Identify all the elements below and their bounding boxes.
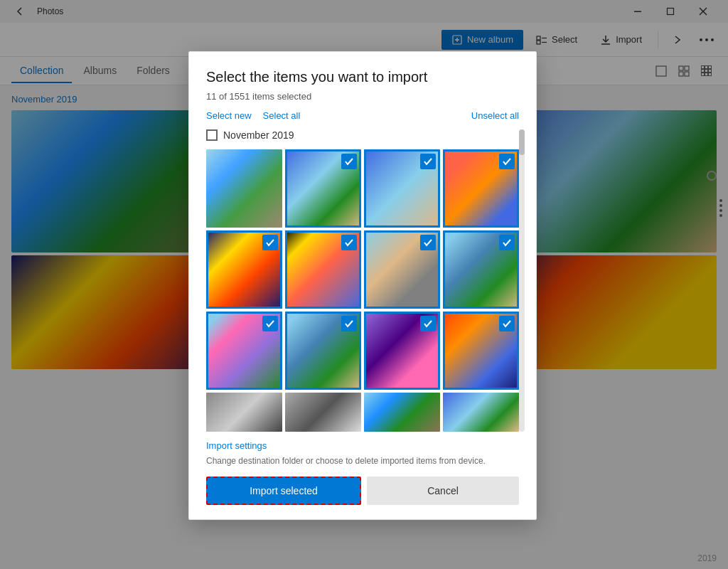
partial-photo-3[interactable]	[364, 393, 440, 432]
dialog-actions: Select new Select all Unselect all	[206, 110, 519, 121]
select-new-link[interactable]: Select new	[206, 110, 252, 121]
month-label: November 2019	[223, 129, 294, 141]
grid-photo-r2p3[interactable]	[364, 230, 440, 309]
grid-photo-r2p1[interactable]	[206, 230, 282, 309]
import-settings-desc: Change destination folder or choose to d…	[206, 456, 486, 466]
partial-photo-2[interactable]	[285, 393, 361, 432]
grid-photo-r3p2[interactable]	[285, 312, 361, 390]
partial-photo-4[interactable]	[443, 393, 519, 432]
unselect-all-link[interactable]: Unselect all	[471, 110, 519, 121]
month-checkbox[interactable]	[206, 129, 218, 141]
check-badge-r1p4	[499, 154, 515, 169]
dialog-title: Select the items you want to import	[206, 69, 519, 85]
check-badge-r1p2	[341, 154, 357, 169]
check-badge-r3p1	[262, 316, 278, 331]
scroll-container: November 2019	[206, 129, 519, 432]
grid-photo-r3p3[interactable]	[364, 312, 440, 390]
grid-photo-r2p4[interactable]	[443, 230, 519, 309]
import-selected-button[interactable]: Import selected	[206, 477, 361, 505]
scrollbar-thumb[interactable]	[519, 129, 525, 155]
import-settings-section: Import settings Change destination folde…	[206, 440, 519, 467]
grid-photo-r1p1[interactable]	[206, 149, 282, 228]
photo-grid	[206, 149, 519, 390]
grid-photo-r2p2[interactable]	[285, 230, 361, 309]
select-all-link[interactable]: Select all	[263, 110, 301, 121]
scrollbar-track[interactable]	[519, 129, 525, 432]
grid-photo-r3p1[interactable]	[206, 312, 282, 390]
grid-photo-r1p3[interactable]	[364, 149, 440, 228]
partial-photo-1[interactable]	[206, 393, 282, 432]
cancel-button[interactable]: Cancel	[367, 477, 519, 505]
import-dialog: Select the items you want to import 11 o…	[188, 51, 537, 520]
check-badge-r3p2	[341, 316, 357, 331]
import-settings-link[interactable]: Import settings	[206, 440, 519, 451]
dialog-count: 11 of 1551 items selected	[206, 91, 519, 102]
check-badge-r2p2	[341, 235, 357, 250]
check-badge-r2p3	[420, 235, 436, 250]
check-badge-r2p4	[499, 235, 515, 250]
grid-photo-r3p4[interactable]	[443, 312, 519, 390]
check-badge-r3p4	[499, 316, 515, 331]
grid-photo-r1p2[interactable]	[285, 149, 361, 228]
check-badge-r3p3	[420, 316, 436, 331]
check-badge-r2p1	[262, 235, 278, 250]
partial-row	[206, 393, 519, 432]
month-row: November 2019	[206, 129, 519, 141]
grid-photo-r1p4[interactable]	[443, 149, 519, 228]
check-badge-r1p3	[420, 154, 436, 169]
dialog-footer: Import selected Cancel	[206, 477, 519, 505]
